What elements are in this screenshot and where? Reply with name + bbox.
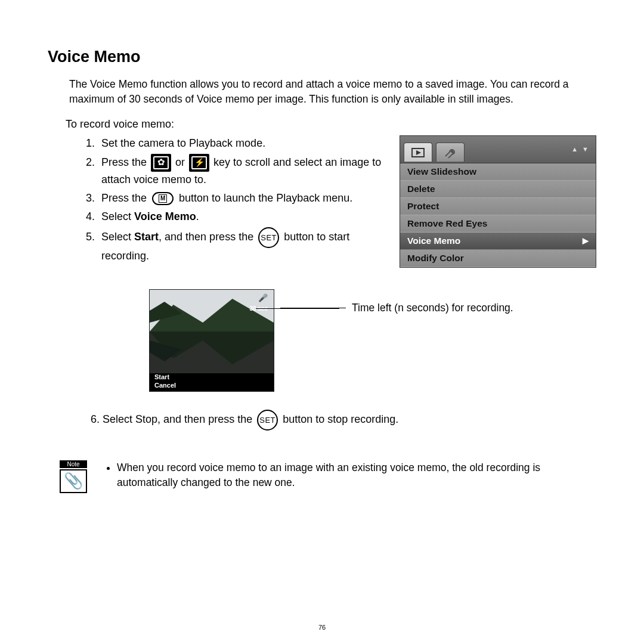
- menu-item-red-eyes[interactable]: Remove Red Eyes: [400, 215, 596, 233]
- steps-lead: To record voice memo:: [66, 118, 596, 131]
- intro-paragraph: The Voice Memo function allows you to re…: [69, 77, 596, 107]
- sample-photo: [150, 290, 274, 373]
- step-4: Select Voice Memo.: [98, 209, 385, 225]
- step-1: Set the camera to Playback mode.: [98, 135, 385, 151]
- steps-list: Set the camera to Playback mode. Press t…: [66, 135, 385, 264]
- step-2: Press the or key to scroll and select an…: [98, 154, 385, 188]
- wrench-icon: [444, 147, 457, 158]
- settings-tab[interactable]: [436, 143, 465, 162]
- step-3-text-b: button to launch the Playback menu.: [179, 192, 352, 204]
- step-3: Press the button to launch the Playback …: [98, 190, 385, 206]
- step-6-text-a: 6. Select Stop, and then press the: [91, 413, 255, 425]
- playback-tab-icon: [411, 148, 425, 157]
- page-title: Voice Memo: [48, 48, 596, 66]
- menu-item-modify-color[interactable]: Modify Color: [400, 250, 596, 267]
- recording-screen-figure: 🎤 30 sec Start Cancel: [149, 289, 274, 392]
- step-2-text-a: Press the: [101, 156, 150, 168]
- bolt-key-icon: [189, 154, 209, 172]
- callout-line: [256, 308, 339, 309]
- svg-marker-1: [416, 150, 421, 155]
- menu-item-voice-memo-label: Voice Memo: [407, 236, 460, 246]
- lcd-cancel-option[interactable]: Cancel: [154, 382, 274, 390]
- step-5-bold: Start: [134, 231, 159, 243]
- step-6: 6. Select Stop, and then press the SET b…: [91, 410, 596, 431]
- step-4-text-a: Select: [101, 210, 134, 222]
- lcd-start-option[interactable]: Start: [154, 373, 274, 382]
- submenu-arrow-icon: ▶: [583, 236, 589, 245]
- step-4-text-c: .: [196, 210, 199, 222]
- microphone-icon: 🎤: [258, 293, 268, 302]
- note-text: When you record voice memo to an image w…: [117, 460, 596, 491]
- menu-item-protect[interactable]: Protect: [400, 198, 596, 215]
- step-2-text-b: or: [175, 156, 188, 168]
- note-label: Note: [60, 460, 87, 468]
- figure-caption: Time left (n seconds) for recording.: [352, 302, 513, 314]
- flower-key-icon: [151, 154, 171, 172]
- playback-tab[interactable]: [404, 143, 432, 162]
- set-button-icon: SET: [258, 227, 279, 248]
- step-6-text-b: button to stop recording.: [283, 413, 398, 425]
- playback-menu-panel: ▲ ▼ View Slideshow Delete Protect Remove…: [400, 135, 596, 268]
- page-number: 76: [318, 624, 326, 631]
- menu-item-delete[interactable]: Delete: [400, 181, 596, 198]
- menu-tab-bar: ▲ ▼: [400, 136, 596, 163]
- paperclip-icon: 📎: [60, 469, 87, 493]
- set-button-icon-2: SET: [257, 410, 278, 431]
- step-3-text-a: Press the: [101, 192, 150, 204]
- up-down-indicator: ▲ ▼: [571, 145, 590, 153]
- step-5-text-c: , and then press the: [159, 231, 256, 243]
- menu-button-icon: [152, 192, 174, 205]
- step-5-text-a: Select: [101, 231, 134, 243]
- note-block: Note 📎 When you record voice memo to an …: [60, 460, 596, 493]
- step-5: Select Start, and then press the SET but…: [98, 227, 385, 264]
- menu-item-slideshow[interactable]: View Slideshow: [400, 163, 596, 181]
- menu-item-voice-memo[interactable]: Voice Memo ▶: [400, 233, 596, 250]
- step-4-bold: Voice Memo: [134, 210, 196, 222]
